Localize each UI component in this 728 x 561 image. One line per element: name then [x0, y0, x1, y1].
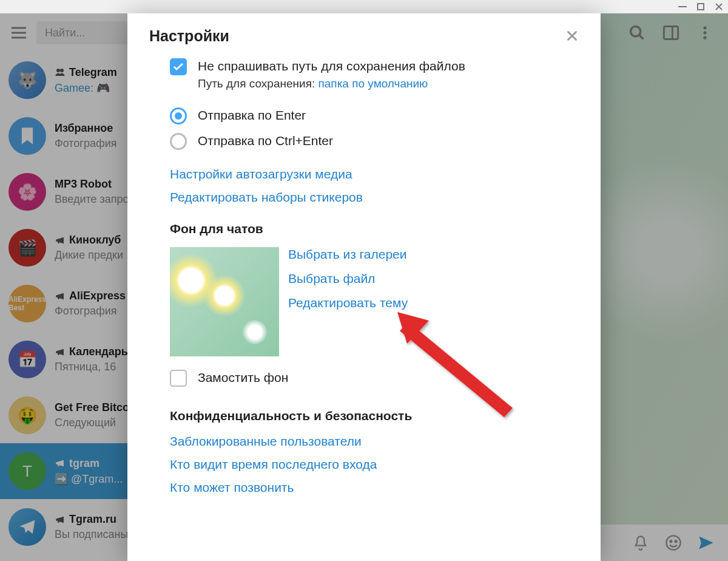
choose-file-link[interactable]: Выбрать файл	[288, 271, 408, 286]
choose-gallery-link[interactable]: Выбрать из галереи	[288, 247, 408, 262]
save-path-row: Путь для сохранения: папка по умолчанию	[198, 77, 465, 90]
window-close-button[interactable]	[713, 1, 724, 12]
bg-preview-thumb[interactable]	[170, 247, 279, 356]
svg-rect-0	[678, 6, 687, 7]
dont-ask-path-label: Не спрашивать путь для сохранения файлов	[198, 58, 465, 73]
chat-bg-title: Фон для чатов	[170, 222, 596, 236]
svg-rect-1	[698, 4, 704, 10]
send-enter-label: Отправка по Enter	[198, 107, 306, 123]
edit-theme-link[interactable]: Редактировать тему	[288, 296, 408, 310]
window-minimize-button[interactable]	[677, 1, 688, 12]
window-maximize-button[interactable]	[695, 1, 706, 12]
blocked-users-link[interactable]: Заблокированные пользователи	[170, 434, 596, 449]
privacy-title: Конфиденциальность и безопасность	[170, 409, 596, 423]
modal-title: Настройки	[149, 27, 229, 45]
save-path-link[interactable]: папка по умолчанию	[318, 77, 428, 90]
send-enter-radio[interactable]	[170, 107, 187, 124]
tile-bg-checkbox[interactable]	[170, 370, 187, 387]
last-seen-link[interactable]: Кто видит время последнего входа	[170, 457, 596, 472]
settings-modal: Настройки Не спрашивать путь для сохране…	[127, 13, 601, 561]
tile-bg-label: Замостить фон	[198, 370, 288, 385]
send-ctrl-enter-label: Отправка по Ctrl+Enter	[198, 133, 333, 148]
dont-ask-path-checkbox[interactable]	[170, 58, 187, 75]
media-autoload-link[interactable]: Настройки автозагрузки медиа	[170, 167, 596, 182]
window-titlebar	[0, 0, 728, 13]
who-calls-link[interactable]: Кто может позвонить	[170, 480, 596, 495]
edit-stickers-link[interactable]: Редактировать наборы стикеров	[170, 190, 596, 205]
send-ctrl-enter-radio[interactable]	[170, 133, 187, 150]
close-icon[interactable]	[565, 29, 579, 42]
